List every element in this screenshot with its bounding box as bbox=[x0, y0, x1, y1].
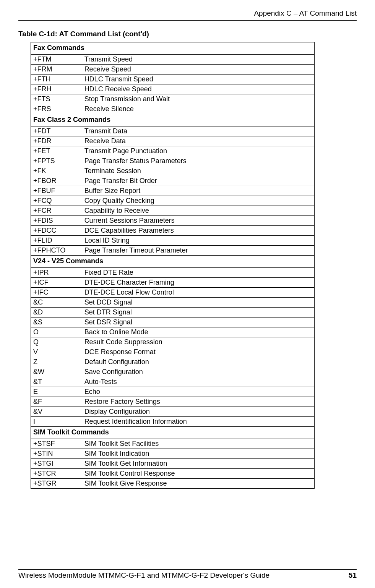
table-row: +FDCCDCE Capabilities Parameters bbox=[31, 226, 315, 236]
cmd-cell: +IPR bbox=[31, 268, 82, 278]
desc-cell: HDLC Receive Speed bbox=[82, 84, 315, 94]
cmd-cell: O bbox=[31, 327, 82, 337]
cmd-cell: &V bbox=[31, 407, 82, 417]
cmd-cell: V bbox=[31, 347, 82, 357]
table-row: +FDRReceive Data bbox=[31, 136, 315, 146]
cmd-cell: +FTH bbox=[31, 75, 82, 84]
cmd-cell: +FBOR bbox=[31, 176, 82, 186]
cmd-cell: +FPHCTO bbox=[31, 246, 82, 256]
desc-cell: Echo bbox=[82, 387, 315, 397]
cmd-cell: +FCQ bbox=[31, 196, 82, 206]
section-header: Fax Class 2 Commands bbox=[31, 114, 315, 126]
cmd-cell: +FRS bbox=[31, 104, 82, 114]
cmd-cell: +FDR bbox=[31, 136, 82, 146]
table-row: &FRestore Factory Settings bbox=[31, 397, 315, 407]
cmd-cell: &T bbox=[31, 377, 82, 387]
table-row: OBack to Online Mode bbox=[31, 327, 315, 337]
table-row: +IPRFixed DTE Rate bbox=[31, 268, 315, 278]
cmd-cell: +STSF bbox=[31, 439, 82, 449]
section-header: V24 - V25 Commands bbox=[31, 256, 315, 268]
section-header-row: V24 - V25 Commands bbox=[31, 256, 315, 268]
desc-cell: Buffer Size Report bbox=[82, 186, 315, 196]
desc-cell: Capability to Receive bbox=[82, 206, 315, 216]
table-row: +FDTTransmit Data bbox=[31, 126, 315, 136]
table-row: +STGRSIM Toolkit Give Response bbox=[31, 479, 315, 489]
cmd-cell: &F bbox=[31, 397, 82, 407]
table-row: +FKTerminate Session bbox=[31, 166, 315, 176]
page-number: 51 bbox=[349, 571, 357, 580]
table-row: +FRSReceive Silence bbox=[31, 104, 315, 114]
table-row: +FRMReceive Speed bbox=[31, 65, 315, 75]
desc-cell: SIM Toolkit Give Response bbox=[82, 479, 315, 489]
cmd-cell: Q bbox=[31, 337, 82, 347]
table-row: +STSFSIM Toolkit Set Facilities bbox=[31, 439, 315, 449]
desc-cell: SIM Toolkit Indication bbox=[82, 449, 315, 459]
desc-cell: Page Transfer Timeout Parameter bbox=[82, 246, 315, 256]
table-row: VDCE Response Format bbox=[31, 347, 315, 357]
desc-cell: Current Sessions Parameters bbox=[82, 216, 315, 226]
cmd-cell: +FRM bbox=[31, 65, 82, 75]
cmd-cell: +FDT bbox=[31, 126, 82, 136]
section-header-row: Fax Class 2 Commands bbox=[31, 114, 315, 126]
desc-cell: Transmit Data bbox=[82, 126, 315, 136]
table-row: +FTMTransmit Speed bbox=[31, 55, 315, 65]
desc-cell: Copy Quality Checking bbox=[82, 196, 315, 206]
section-header: Fax Commands bbox=[31, 42, 315, 55]
cmd-cell: Z bbox=[31, 357, 82, 367]
desc-cell: Stop Transmission and Wait bbox=[82, 94, 315, 104]
at-command-table: Fax Commands +FTMTransmit Speed +FRMRece… bbox=[31, 42, 315, 489]
desc-cell: Default Configuration bbox=[82, 357, 315, 367]
section-header-row: Fax Commands bbox=[31, 42, 315, 55]
desc-cell: Display Configuration bbox=[82, 407, 315, 417]
desc-cell: DCE Response Format bbox=[82, 347, 315, 357]
table-row: +IFCDTE-DCE Local Flow Control bbox=[31, 288, 315, 298]
breadcrumb: Appendix C – AT Command List bbox=[18, 9, 357, 21]
desc-cell: SIM Toolkit Set Facilities bbox=[82, 439, 315, 449]
cmd-cell: +STGI bbox=[31, 459, 82, 469]
desc-cell: Terminate Session bbox=[82, 166, 315, 176]
desc-cell: Result Code Suppression bbox=[82, 337, 315, 347]
cmd-cell: +ICF bbox=[31, 278, 82, 288]
cmd-cell: +FET bbox=[31, 146, 82, 156]
table-row: &SSet DSR Signal bbox=[31, 317, 315, 327]
cmd-cell: +STCR bbox=[31, 469, 82, 479]
table-row: +FTHHDLC Transmit Speed bbox=[31, 75, 315, 84]
cmd-cell: +STGR bbox=[31, 479, 82, 489]
table-row: &WSave Configuration bbox=[31, 367, 315, 377]
table-row: +STGISIM Toolkit Get Information bbox=[31, 459, 315, 469]
cmd-cell: +FBUF bbox=[31, 186, 82, 196]
desc-cell: Transmit Page Punctuation bbox=[82, 146, 315, 156]
table-row: +FBUFBuffer Size Report bbox=[31, 186, 315, 196]
desc-cell: SIM Toolkit Control Response bbox=[82, 469, 315, 479]
table-row: +FPTSPage Transfer Status Parameters bbox=[31, 156, 315, 166]
desc-cell: Set DTR Signal bbox=[82, 308, 315, 317]
section-header: SIM Toolkit Commands bbox=[31, 427, 315, 439]
table-row: +FLIDLocal ID String bbox=[31, 236, 315, 246]
table-row: &DSet DTR Signal bbox=[31, 308, 315, 317]
cmd-cell: +FTS bbox=[31, 94, 82, 104]
table-title: Table C-1d: AT Command List (cont'd) bbox=[18, 30, 357, 38]
desc-cell: Receive Speed bbox=[82, 65, 315, 75]
desc-cell: Restore Factory Settings bbox=[82, 397, 315, 407]
desc-cell: Local ID String bbox=[82, 236, 315, 246]
desc-cell: DTE-DCE Local Flow Control bbox=[82, 288, 315, 298]
table-row: +STINSIM Toolkit Indication bbox=[31, 449, 315, 459]
table-row: +FTSStop Transmission and Wait bbox=[31, 94, 315, 104]
desc-cell: Set DCD Signal bbox=[82, 298, 315, 308]
table-row: +STCRSIM Toolkit Control Response bbox=[31, 469, 315, 479]
cmd-cell: +FPTS bbox=[31, 156, 82, 166]
cmd-cell: +FDIS bbox=[31, 216, 82, 226]
table-row: IRequest Identification Information bbox=[31, 417, 315, 427]
desc-cell: Request Identification Information bbox=[82, 417, 315, 427]
desc-cell: HDLC Transmit Speed bbox=[82, 75, 315, 84]
table-row: +FETTransmit Page Punctuation bbox=[31, 146, 315, 156]
desc-cell: Back to Online Mode bbox=[82, 327, 315, 337]
table-row: QResult Code Suppression bbox=[31, 337, 315, 347]
table-row: &VDisplay Configuration bbox=[31, 407, 315, 417]
table-row: &TAuto-Tests bbox=[31, 377, 315, 387]
desc-cell: Receive Silence bbox=[82, 104, 315, 114]
cmd-cell: +STIN bbox=[31, 449, 82, 459]
cmd-cell: &D bbox=[31, 308, 82, 317]
cmd-cell: E bbox=[31, 387, 82, 397]
table-row: +FRHHDLC Receive Speed bbox=[31, 84, 315, 94]
